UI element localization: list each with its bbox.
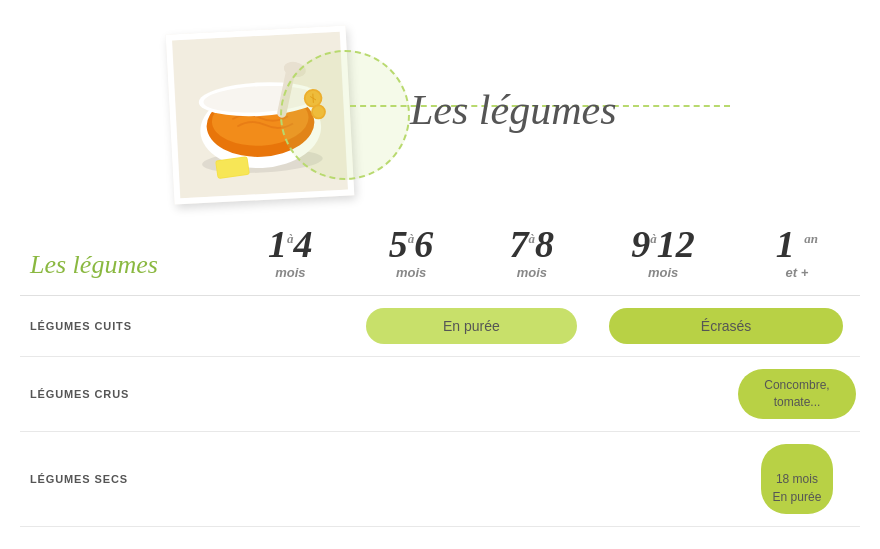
hero-section: Les légumes [0, 0, 880, 220]
row-label-legumes-crus: LÉGUMES CRUS [20, 357, 230, 432]
cell-crus-1an: Concombre, tomate... [734, 357, 860, 432]
hero-title: Les légumes [410, 86, 616, 134]
cell-cuits-9-12-1an: Écrasés [592, 296, 860, 357]
cell-crus-1-4 [230, 357, 351, 432]
cell-crus-5-6 [351, 357, 472, 432]
header-col-1an: 1 an et + [734, 220, 860, 296]
cell-cuits-1-4 [230, 296, 351, 357]
cell-secs-9-12 [592, 431, 734, 526]
cell-cuits-5-8: En purée [351, 296, 592, 357]
header-col-5-6: 5à6 mois [351, 220, 472, 296]
table-header-row: Les légumes 1à4 mois 5à6 mois [20, 220, 860, 296]
page-container: Les légumes Les légumes 1à4 [0, 0, 880, 549]
cell-secs-1an: 18 mois En purée [734, 431, 860, 526]
table-row-legumes-crus: LÉGUMES CRUS Concombre, tomate... [20, 357, 860, 432]
pill-concombre-tomate: Concombre, tomate... [738, 369, 856, 419]
table-row-legumes-secs: LÉGUMES SECS 18 mois En purée [20, 431, 860, 526]
cell-secs-1-4 [230, 431, 351, 526]
table-row-legumes-cuits: LÉGUMES CUITS En purée Écrasés [20, 296, 860, 357]
header-section-title: Les légumes [20, 220, 230, 296]
cell-secs-5-6 [351, 431, 472, 526]
cell-crus-9-12 [592, 357, 734, 432]
table-section: Les légumes 1à4 mois 5à6 mois [0, 220, 880, 547]
row-label-legumes-secs: LÉGUMES SECS [20, 431, 230, 526]
cell-secs-7-8 [471, 431, 592, 526]
pill-en-puree: En purée [366, 308, 576, 344]
pill-ecrases: Écrasés [609, 308, 843, 344]
legumes-table: Les légumes 1à4 mois 5à6 mois [20, 220, 860, 527]
green-circle-decoration [280, 50, 410, 180]
header-col-9-12: 9à12 mois [592, 220, 734, 296]
header-col-1-4: 1à4 mois [230, 220, 351, 296]
cell-crus-7-8 [471, 357, 592, 432]
pill-18mois-en-puree: 18 mois En purée [761, 444, 834, 514]
hero-image-wrapper [160, 10, 380, 210]
header-col-7-8: 7à8 mois [471, 220, 592, 296]
row-label-legumes-cuits: LÉGUMES CUITS [20, 296, 230, 357]
